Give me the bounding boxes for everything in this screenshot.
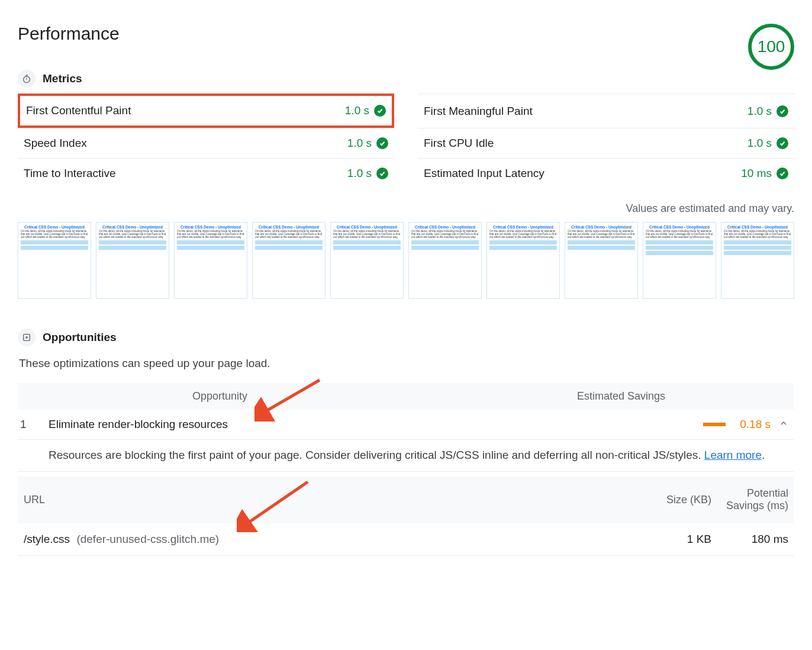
url-path: /style.css — [24, 533, 70, 545]
opportunity-table-header: Opportunity Estimated Savings — [18, 383, 794, 410]
check-circle-icon — [376, 137, 388, 149]
filmstrip-frame: Critical CSS Demo - Unoptimized On this … — [252, 222, 326, 299]
url-column-label: URL — [24, 494, 634, 506]
url-row: /style.css (defer-unused-css.glitch.me) … — [18, 523, 794, 556]
url-potential-savings: 180 ms — [711, 533, 788, 546]
opportunity-row[interactable]: 1 Eliminate render-blocking resources 0.… — [18, 410, 794, 440]
metric-row[interactable]: Estimated Input Latency 10 ms — [418, 158, 794, 188]
check-circle-icon — [376, 168, 388, 179]
metric-value: 1.0 s — [347, 167, 372, 180]
svg-point-0 — [24, 76, 30, 83]
metric-row[interactable]: Speed Index 1.0 s — [18, 128, 394, 158]
check-circle-icon — [776, 168, 788, 179]
filmstrip-frame: Critical CSS Demo - Unoptimized On this … — [721, 222, 794, 299]
metric-row[interactable]: First CPU Idle 1.0 s — [418, 128, 794, 158]
url-host: (defer-unused-css.glitch.me) — [76, 533, 219, 545]
filmstrip-frame: Critical CSS Demo - Unoptimized On this … — [330, 222, 404, 299]
metric-value: 1.0 s — [347, 137, 372, 150]
savings-column-label: Estimated Savings — [247, 390, 784, 403]
metric-row[interactable]: First Meaningful Paint 1.0 s — [418, 94, 794, 128]
metric-name: First Meaningful Paint — [424, 105, 533, 118]
metric-name: Speed Index — [24, 137, 87, 150]
metric-value: 10 ms — [741, 167, 772, 180]
metric-name: Estimated Input Latency — [424, 167, 544, 180]
size-column-label: Size (KB) — [634, 494, 711, 506]
filmstrip: Critical CSS Demo - Unoptimized On this … — [18, 222, 794, 299]
metrics-footnote: Values are estimated and may vary. — [18, 202, 794, 215]
metric-name: First CPU Idle — [424, 137, 494, 150]
potential-savings-column-label: Potential Savings (ms) — [711, 487, 788, 513]
opportunity-index: 1 — [20, 418, 49, 431]
opportunity-detail: Resources are blocking the first paint o… — [18, 440, 794, 472]
metric-row[interactable]: Time to Interactive 1.0 s — [18, 158, 394, 188]
check-circle-icon — [776, 105, 788, 117]
metric-row[interactable]: First Contentful Paint 1.0 s — [18, 94, 394, 128]
metrics-heading: Metrics — [43, 72, 82, 85]
learn-more-link[interactable]: Learn more — [704, 449, 762, 461]
filmstrip-frame: Critical CSS Demo - Unoptimized On this … — [96, 222, 169, 299]
opportunities-heading: Opportunities — [43, 331, 117, 344]
metric-value: 1.0 s — [747, 137, 772, 150]
filmstrip-frame: Critical CSS Demo - Unoptimized On this … — [565, 222, 638, 299]
savings-bar — [703, 423, 726, 426]
page-title: Performance — [18, 24, 120, 44]
filmstrip-frame: Critical CSS Demo - Unoptimized On this … — [174, 222, 247, 299]
performance-score: 100 — [748, 24, 794, 70]
check-circle-icon — [374, 105, 386, 117]
chevron-up-icon[interactable] — [775, 418, 792, 431]
metric-name: First Contentful Paint — [26, 104, 131, 117]
filmstrip-frame: Critical CSS Demo - Unoptimized On this … — [408, 222, 482, 299]
opportunities-icon — [18, 329, 36, 346]
metric-name: Time to Interactive — [24, 167, 116, 180]
url-table-header: URL Size (KB) Potential Savings (ms) — [18, 477, 794, 523]
metric-value: 1.0 s — [747, 105, 772, 118]
opportunity-savings: 0.18 s — [735, 418, 771, 431]
filmstrip-frame: Critical CSS Demo - Unoptimized On this … — [643, 222, 716, 299]
metric-value: 1.0 s — [345, 104, 369, 117]
filmstrip-frame: Critical CSS Demo - Unoptimized On this … — [486, 222, 560, 299]
check-circle-icon — [776, 137, 788, 149]
opportunity-title: Eliminate render-blocking resources — [49, 418, 427, 431]
stopwatch-icon — [18, 70, 36, 88]
opportunities-description: These optimizations can speed up your pa… — [19, 357, 793, 370]
url-size: 1 KB — [634, 533, 711, 546]
filmstrip-frame: Critical CSS Demo - Unoptimized On this … — [18, 222, 91, 299]
opportunity-column-label: Opportunity — [28, 390, 247, 403]
